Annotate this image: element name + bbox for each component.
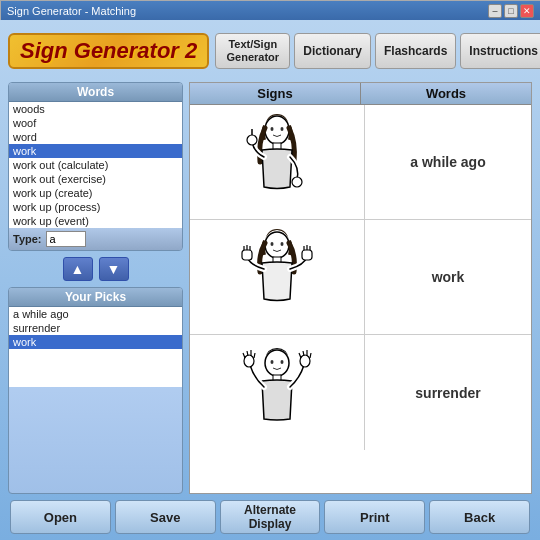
maximize-button[interactable]: □ — [504, 4, 518, 18]
nav-flashcards-button[interactable]: Flashcards — [375, 33, 456, 69]
type-label: Type: — [13, 233, 42, 245]
sign-row-2: work — [190, 220, 531, 335]
left-panel: Words woods woof word work work out (cal… — [8, 82, 183, 494]
list-item-selected[interactable]: work — [9, 144, 182, 158]
svg-point-0 — [265, 116, 289, 144]
svg-point-21 — [281, 360, 284, 364]
svg-point-7 — [265, 232, 289, 258]
list-item[interactable]: work up (event) — [9, 214, 182, 228]
arrow-down-button[interactable]: ▼ — [99, 257, 129, 281]
sign-cell-1[interactable] — [190, 105, 365, 219]
right-panel: Signs Words — [189, 82, 532, 494]
main-container: Sign Generator 2 Text/Sign Generator Dic… — [0, 20, 540, 540]
word-label-2: work — [432, 269, 465, 285]
sign-row-3: surrender — [190, 335, 531, 450]
signs-words-header: Signs Words — [190, 83, 531, 105]
bottom-row: Open Save Alternate Display Print Back — [8, 500, 532, 534]
sign-cell-3[interactable] — [190, 335, 365, 450]
nav-buttons: Text/Sign Generator Dictionary Flashcard… — [215, 33, 540, 69]
sign-row-1: a while ago — [190, 105, 531, 220]
word-label-1: a while ago — [410, 154, 485, 170]
picks-title: Your Picks — [9, 288, 182, 307]
type-row: Type: — [9, 228, 182, 250]
pick-item-selected[interactable]: work — [9, 335, 182, 349]
nav-instructions-button[interactable]: Instructions — [460, 33, 540, 69]
minimize-button[interactable]: – — [488, 4, 502, 18]
svg-point-23 — [244, 355, 254, 367]
nav-dictionary-button[interactable]: Dictionary — [294, 33, 371, 69]
app-title: Sign Generator 2 — [8, 33, 209, 69]
words-title: Words — [9, 83, 182, 102]
svg-rect-11 — [242, 250, 252, 260]
save-button[interactable]: Save — [115, 500, 216, 534]
svg-point-20 — [271, 360, 274, 364]
print-button[interactable]: Print — [324, 500, 425, 534]
list-item[interactable]: work out (calculate) — [9, 158, 182, 172]
open-button[interactable]: Open — [10, 500, 111, 534]
sign-illustration-1 — [232, 112, 322, 212]
list-item[interactable]: woof — [9, 116, 182, 130]
list-item[interactable]: work up (process) — [9, 200, 182, 214]
svg-line-32 — [310, 353, 311, 358]
words-column-header: Words — [361, 83, 531, 104]
list-item[interactable]: woods — [9, 102, 182, 116]
back-button[interactable]: Back — [429, 500, 530, 534]
arrow-row: ▲ ▼ — [8, 255, 183, 283]
title-bar: Sign Generator - Matching – □ ✕ — [0, 0, 540, 20]
list-item[interactable]: word — [9, 130, 182, 144]
word-cell-2[interactable]: work — [365, 220, 531, 334]
nav-text-sign-button[interactable]: Text/Sign Generator — [215, 33, 290, 69]
svg-point-19 — [265, 350, 289, 376]
picks-box: Your Picks a while ago surrender work — [8, 287, 183, 494]
svg-line-27 — [254, 353, 255, 358]
pick-item[interactable]: surrender — [9, 321, 182, 335]
title-bar-controls: – □ ✕ — [488, 4, 534, 18]
alternate-display-button[interactable]: Alternate Display — [220, 500, 321, 534]
content-row: Words woods woof word work work out (cal… — [8, 82, 532, 494]
type-input[interactable] — [46, 231, 86, 247]
word-cell-3[interactable]: surrender — [365, 335, 531, 450]
svg-rect-15 — [302, 250, 312, 260]
word-list[interactable]: woods woof word work work out (calculate… — [9, 102, 182, 228]
list-item[interactable]: work out (exercise) — [9, 172, 182, 186]
word-cell-1[interactable]: a while ago — [365, 105, 531, 219]
picks-list[interactable]: a while ago surrender work — [9, 307, 182, 387]
sign-illustration-2 — [232, 227, 322, 327]
svg-point-9 — [281, 242, 284, 246]
title-bar-label: Sign Generator - Matching — [7, 5, 136, 17]
header-row: Sign Generator 2 Text/Sign Generator Dic… — [8, 26, 532, 76]
sign-cell-2[interactable] — [190, 220, 365, 334]
words-box: Words woods woof word work work out (cal… — [8, 82, 183, 251]
svg-point-4 — [292, 177, 302, 187]
svg-point-1 — [271, 127, 274, 131]
svg-point-2 — [281, 127, 284, 131]
signs-column-header: Signs — [190, 83, 361, 104]
svg-point-5 — [247, 135, 257, 145]
sign-illustration-3 — [232, 343, 322, 443]
svg-line-24 — [243, 353, 245, 358]
svg-point-28 — [300, 355, 310, 367]
svg-line-29 — [299, 353, 301, 358]
arrow-up-button[interactable]: ▲ — [63, 257, 93, 281]
close-button[interactable]: ✕ — [520, 4, 534, 18]
svg-point-8 — [271, 242, 274, 246]
list-item[interactable]: work up (create) — [9, 186, 182, 200]
word-label-3: surrender — [415, 385, 480, 401]
pick-item[interactable]: a while ago — [9, 307, 182, 321]
